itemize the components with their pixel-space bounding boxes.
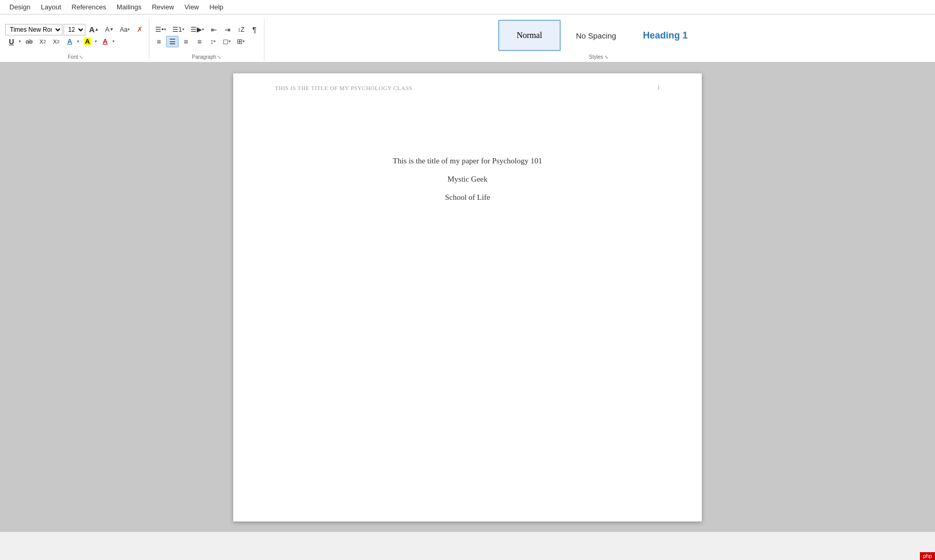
menu-help[interactable]: Help bbox=[204, 1, 229, 13]
font-name-select[interactable]: Times New Roman bbox=[5, 24, 62, 35]
document-area: THIS IS THE TITLE OF MY PSYCHOLOGY CLASS… bbox=[0, 63, 935, 532]
ribbon: Times New Roman 12 A▲ A▼ Aa ▾ ✗ U ▾ ab bbox=[0, 15, 935, 63]
page-header: THIS IS THE TITLE OF MY PSYCHOLOGY CLASS… bbox=[275, 84, 660, 92]
increase-indent-button[interactable]: ⇥ bbox=[221, 24, 234, 35]
decrease-indent-button[interactable]: ⇤ bbox=[208, 24, 220, 35]
numbered-button[interactable]: ☰1 ▾ bbox=[170, 24, 187, 35]
style-normal-button[interactable]: Normal bbox=[498, 20, 561, 51]
font-color-button[interactable]: A bbox=[64, 36, 76, 47]
menu-layout[interactable]: Layout bbox=[35, 1, 66, 13]
styles-group: Normal No Spacing Heading 1 Styles ⤡ bbox=[264, 18, 933, 61]
strikethrough-button[interactable]: ab bbox=[23, 36, 35, 47]
font-size-select[interactable]: 12 bbox=[64, 24, 85, 35]
clear-format-button[interactable]: ✗ bbox=[133, 24, 146, 35]
superscript-button[interactable]: X2 bbox=[50, 36, 62, 47]
align-right-button[interactable]: ≡ bbox=[180, 36, 192, 47]
subscript-button[interactable]: X2 bbox=[36, 36, 49, 47]
style-heading1-label: Heading 1 bbox=[643, 30, 688, 41]
align-left-button[interactable]: ≡ bbox=[153, 36, 165, 47]
document-page: THIS IS THE TITLE OF MY PSYCHOLOGY CLASS… bbox=[233, 73, 702, 521]
change-case-button[interactable]: Aa ▾ bbox=[117, 24, 132, 35]
font-expand-icon[interactable]: ⤡ bbox=[79, 55, 83, 60]
font-grow-button[interactable]: A▲ bbox=[86, 24, 102, 35]
paper-institution: School of Life bbox=[445, 193, 490, 202]
underline-button[interactable]: U bbox=[5, 36, 18, 47]
paper-title: This is the title of my paper for Psycho… bbox=[393, 157, 542, 166]
line-spacing-button[interactable]: ↕ ▾ bbox=[207, 36, 219, 47]
menu-references[interactable]: References bbox=[67, 1, 111, 13]
menu-review[interactable]: Review bbox=[147, 1, 180, 13]
shading-button[interactable]: ◻ ▾ bbox=[220, 36, 233, 47]
header-title-text: THIS IS THE TITLE OF MY PSYCHOLOGY CLASS bbox=[275, 85, 412, 91]
borders-button[interactable]: ⊞ ▾ bbox=[234, 36, 247, 47]
paper-author: Mystic Geek bbox=[447, 175, 487, 184]
style-no-spacing-label: No Spacing bbox=[576, 31, 616, 40]
styles-group-label: Styles bbox=[589, 54, 603, 60]
bullets-button[interactable]: ☰• ▾ bbox=[153, 24, 169, 35]
styles-expand-icon[interactable]: ⤡ bbox=[604, 55, 609, 60]
page-content[interactable]: This is the title of my paper for Psycho… bbox=[275, 157, 660, 202]
font-shrink-button[interactable]: A▼ bbox=[103, 24, 117, 35]
page-number: 1 bbox=[657, 84, 660, 92]
multilevel-button[interactable]: ☰▶ ▾ bbox=[188, 24, 207, 35]
paragraph-group-label: Paragraph bbox=[192, 54, 217, 60]
justify-button[interactable]: ≡ bbox=[193, 36, 206, 47]
menu-view[interactable]: View bbox=[179, 1, 204, 13]
style-no-spacing-button[interactable]: No Spacing bbox=[565, 20, 627, 51]
pilcrow-button[interactable]: ¶ bbox=[248, 24, 261, 35]
text-color-button[interactable]: A bbox=[99, 36, 111, 47]
sort-button[interactable]: ↕Z bbox=[235, 24, 247, 35]
font-group: Times New Roman 12 A▲ A▼ Aa ▾ ✗ U ▾ ab bbox=[2, 18, 149, 61]
style-heading1-button[interactable]: Heading 1 bbox=[631, 20, 699, 51]
highlight-button[interactable]: A bbox=[81, 36, 94, 47]
style-normal-label: Normal bbox=[516, 31, 542, 40]
align-center-button[interactable]: ☰ bbox=[166, 36, 179, 47]
menu-bar: Design Layout References Mailings Review… bbox=[0, 0, 935, 15]
menu-mailings[interactable]: Mailings bbox=[111, 1, 147, 13]
paragraph-expand-icon[interactable]: ⤡ bbox=[217, 55, 221, 60]
menu-design[interactable]: Design bbox=[4, 1, 35, 13]
paragraph-group: ☰• ▾ ☰1 ▾ ☰▶ ▾ ⇤ ⇥ ↕Z ¶ ≡ ☰ ≡ ≡ ↕ ▾ bbox=[149, 18, 264, 61]
font-group-label: Font bbox=[68, 54, 78, 60]
